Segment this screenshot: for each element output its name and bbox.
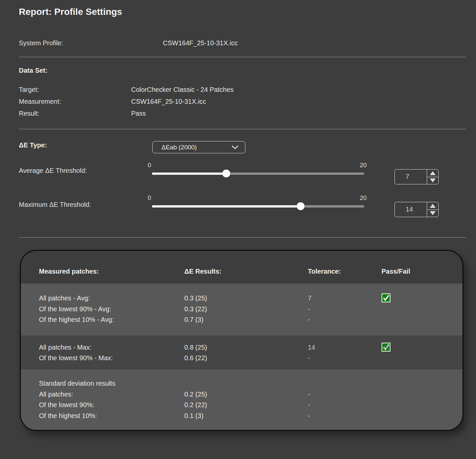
row-label: Of the lowest 90% - Max:	[39, 353, 113, 363]
header-pass-fail: Pass/Fail	[382, 268, 410, 275]
de-result-value: 0.3 (22)	[184, 304, 207, 314]
data-set-heading: Data Set:	[19, 66, 48, 75]
triangle-up-icon	[430, 204, 436, 208]
de-result-value: 0.1 (3)	[184, 411, 203, 420]
slider-thumb[interactable]	[222, 170, 230, 177]
group-subheading: Standard deviation results	[39, 379, 115, 388]
target-value: ColorChecker Classic - 24 Patches	[131, 85, 234, 94]
slider-track[interactable]	[152, 172, 364, 175]
slider-max-tick: 20	[360, 162, 367, 169]
results-panel: Measured patches: ΔE Results: Tolerance:…	[20, 250, 463, 431]
row-label: All patches - Max:	[39, 343, 92, 352]
report-profile-settings-window: Report: Profile Settings System Profile:…	[0, 0, 476, 459]
threshold-value-field[interactable]: 14	[395, 202, 427, 217]
de-type-selected-value: ΔEab (2000)	[162, 144, 197, 151]
triangle-down-icon	[430, 211, 436, 215]
chevron-down-icon	[232, 145, 238, 149]
de-result-value: 0.2 (22)	[184, 400, 207, 409]
row-label: All patches - Avg:	[39, 293, 90, 303]
header-measured-patches: Measured patches:	[39, 268, 99, 275]
result-value: Pass	[131, 109, 146, 118]
slider-max-tick: 20	[360, 194, 367, 202]
de-result-value: 0.7 (3)	[184, 315, 203, 324]
slider-thumb[interactable]	[297, 202, 305, 210]
maximum-threshold-slider[interactable]	[152, 202, 364, 210]
average-threshold-input: 7	[394, 169, 439, 184]
page-title: Report: Profile Settings	[19, 7, 122, 17]
threshold-value-field[interactable]: 7	[395, 170, 427, 184]
slider-min-tick: 0	[148, 162, 151, 169]
result-label: Result:	[19, 109, 39, 118]
average-threshold-slider[interactable]	[152, 170, 364, 177]
fail-checkbox[interactable]: ✕	[382, 343, 390, 352]
tolerance-value: 14	[308, 343, 315, 352]
measurement-label: Measurement:	[19, 97, 61, 106]
system-profile-label: System Profile:	[19, 39, 63, 47]
de-type-dropdown[interactable]: ΔEab (2000)	[152, 141, 245, 153]
tolerance-value: -	[308, 353, 310, 363]
avg-results-group: All patches - Avg: 0.3 (25) 7 Of the low…	[21, 284, 462, 335]
header-tolerance: Tolerance:	[308, 268, 341, 275]
slider-track[interactable]	[152, 205, 364, 208]
slider-fill	[152, 205, 301, 208]
de-result-value: 0.8 (25)	[184, 343, 207, 352]
tolerance-value: -	[308, 411, 310, 420]
triangle-down-icon	[430, 178, 436, 182]
spinner-down-button[interactable]	[427, 210, 438, 217]
divider	[19, 57, 466, 57]
maximum-threshold-label: Maximum ΔE Threshold:	[19, 200, 91, 209]
x-mark: ✕	[383, 343, 389, 352]
row-label: Of the highest 10% - Avg:	[39, 315, 114, 324]
measurement-value: CSW164F_25-10-31X.icc	[131, 97, 206, 106]
row-label: All patches:	[39, 390, 73, 399]
tolerance-value: -	[308, 400, 310, 409]
de-result-value: 0.2 (25)	[184, 390, 207, 399]
row-label: Of the lowest 90% - Avg:	[39, 304, 111, 314]
average-threshold-label: Average ΔE Threshold:	[19, 166, 87, 175]
spinner-down-button[interactable]	[427, 177, 438, 184]
header-de-results: ΔE Results:	[184, 268, 221, 275]
slider-fill	[152, 172, 226, 175]
results-table-header: Measured patches: ΔE Results: Tolerance:…	[21, 268, 462, 277]
de-type-label: ΔE Type:	[19, 141, 47, 149]
tolerance-value: -	[308, 304, 310, 314]
triangle-up-icon	[430, 171, 436, 175]
divider	[19, 237, 466, 238]
spinner-up-button[interactable]	[427, 170, 438, 177]
row-label: Of the highest 10%:	[39, 411, 97, 420]
tolerance-value: -	[308, 390, 310, 399]
row-label: Of the lowest 90%:	[39, 400, 94, 409]
target-label: Target:	[19, 85, 39, 94]
slider-min-tick: 0	[148, 194, 151, 202]
de-result-value: 0.3 (25)	[184, 293, 207, 303]
spinner-up-button[interactable]	[427, 202, 438, 210]
tolerance-value: 7	[308, 293, 311, 303]
de-result-value: 0.6 (22)	[184, 353, 207, 363]
system-profile-value: CSW164F_25-10-31X.icc	[163, 39, 238, 47]
maximum-threshold-input: 14	[394, 202, 439, 217]
tolerance-value: -	[308, 315, 310, 324]
std-dev-results-group: Standard deviation results All patches: …	[21, 369, 462, 430]
divider	[19, 129, 466, 129]
max-results-group: All patches - Max: 0.8 (25) 14 ✕ Of the …	[21, 335, 462, 369]
fail-checkbox[interactable]	[382, 293, 390, 302]
